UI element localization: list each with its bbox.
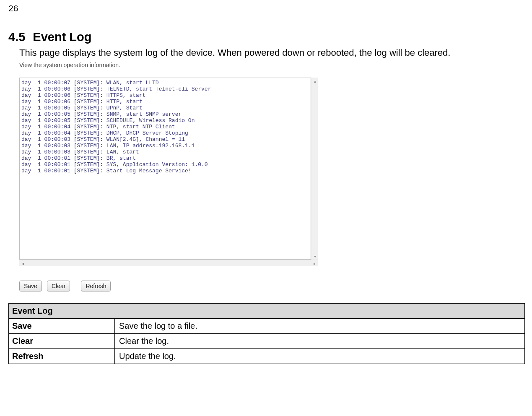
table-row: Clear Clear the log.	[9, 334, 525, 349]
scroll-up-icon[interactable]: ▴	[311, 78, 318, 84]
vertical-scrollbar[interactable]: ▴ ▾	[311, 78, 318, 260]
log-textarea-container: day 1 00:00:07 [SYSTEM]: WLAN, start LLT…	[19, 78, 318, 266]
scroll-right-icon[interactable]: ▸	[311, 260, 318, 267]
scroll-down-icon[interactable]: ▾	[311, 253, 318, 260]
section-title: Event Log	[33, 30, 91, 44]
log-text-content: day 1 00:00:07 [SYSTEM]: WLAN, start LLT…	[20, 78, 311, 176]
table-row-desc: Update the log.	[115, 349, 525, 364]
table-row-desc: Save the log to a file.	[115, 319, 525, 334]
screenshot-caption: View the system operation information.	[19, 60, 331, 68]
table-row: Save Save the log to a file.	[9, 319, 525, 334]
document-page: 26 4.5Event Log This page displays the s…	[0, 0, 532, 416]
log-textarea[interactable]: day 1 00:00:07 [SYSTEM]: WLAN, start LLT…	[19, 78, 311, 260]
horizontal-scrollbar[interactable]: ◂ ▸	[19, 260, 318, 266]
page-number: 26	[8, 3, 511, 13]
table-row-label: Save	[9, 319, 115, 334]
clear-button[interactable]: Clear	[47, 281, 70, 291]
description-table: Event Log Save Save the log to a file. C…	[8, 303, 525, 364]
section-number: 4.5	[8, 30, 25, 44]
table-row-desc: Clear the log.	[115, 334, 525, 349]
table-header-row: Event Log	[9, 304, 525, 319]
table-row-label: Refresh	[9, 349, 115, 364]
table-row: Refresh Update the log.	[9, 349, 525, 364]
save-button[interactable]: Save	[19, 281, 42, 291]
screenshot-region: View the system operation information. d…	[19, 60, 331, 291]
table-header-cell: Event Log	[9, 304, 525, 319]
section-heading: 4.5Event Log	[8, 30, 511, 44]
table-row-label: Clear	[9, 334, 115, 349]
scroll-left-icon[interactable]: ◂	[19, 260, 26, 267]
section-intro-text: This page displays the system log of the…	[19, 47, 511, 58]
button-row: Save Clear Refresh	[19, 281, 331, 291]
refresh-button[interactable]: Refresh	[81, 281, 111, 291]
